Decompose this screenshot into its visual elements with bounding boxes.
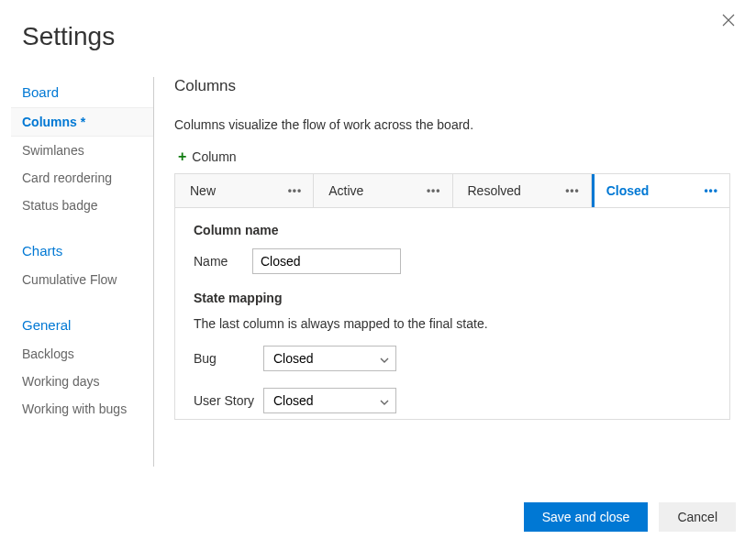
main-heading: Columns	[174, 77, 730, 95]
plus-icon: +	[178, 148, 186, 165]
save-and-close-button[interactable]: Save and close	[524, 502, 649, 532]
name-label: Name	[194, 254, 252, 269]
nav-item-columns[interactable]: Columns *	[11, 107, 153, 137]
more-actions-icon[interactable]: •••	[288, 184, 303, 197]
tab-label: Closed	[606, 183, 650, 198]
close-button[interactable]	[719, 11, 738, 29]
nav-item-card-reordering[interactable]: Card reordering	[11, 164, 153, 192]
column-name-heading: Column name	[194, 223, 711, 237]
close-icon	[722, 14, 735, 27]
nav-item-backlogs[interactable]: Backlogs	[11, 340, 153, 368]
tab-label: New	[190, 183, 216, 198]
column-tabs: New ••• Active ••• Resolved ••• Closed •…	[174, 173, 730, 207]
nav-group-general: General	[11, 310, 153, 340]
user-story-label: User Story	[194, 393, 263, 408]
main-description: Columns visualize the flow of work acros…	[174, 117, 730, 132]
tab-new[interactable]: New •••	[175, 174, 314, 207]
cancel-button[interactable]: Cancel	[659, 502, 736, 532]
dialog-footer: Save and close Cancel	[524, 502, 736, 532]
dialog-title: Settings	[0, 0, 756, 51]
main-panel: Columns Columns visualize the flow of wo…	[154, 77, 756, 467]
more-actions-icon[interactable]: •••	[704, 184, 718, 197]
nav-item-working-days[interactable]: Working days	[11, 368, 153, 395]
tab-closed[interactable]: Closed •••	[592, 174, 729, 207]
add-column-button[interactable]: + Column	[176, 145, 239, 169]
nav-item-status-badge[interactable]: Status badge	[11, 192, 153, 219]
nav-group-charts: Charts	[11, 236, 153, 266]
nav-item-swimlanes[interactable]: Swimlanes	[11, 137, 153, 164]
tab-active[interactable]: Active •••	[314, 174, 452, 207]
column-settings-panel: Column name Name State mapping The last …	[174, 207, 730, 420]
column-name-input[interactable]	[252, 248, 401, 274]
add-column-label: Column	[192, 149, 236, 164]
tab-resolved[interactable]: Resolved •••	[453, 174, 592, 207]
more-actions-icon[interactable]: •••	[565, 184, 580, 197]
state-mapping-heading: State mapping	[194, 291, 711, 305]
more-actions-icon[interactable]: •••	[427, 184, 441, 197]
nav-group-board: Board	[11, 77, 153, 107]
sidebar: Board Columns * Swimlanes Card reorderin…	[0, 77, 154, 467]
user-story-state-select[interactable]	[263, 388, 396, 413]
tab-label: Active	[328, 183, 363, 198]
bug-state-select[interactable]	[263, 346, 396, 371]
tab-label: Resolved	[468, 183, 521, 198]
bug-label: Bug	[194, 351, 263, 366]
nav-item-working-with-bugs[interactable]: Working with bugs	[11, 395, 153, 423]
nav-item-cumulative-flow[interactable]: Cumulative Flow	[11, 266, 153, 293]
state-mapping-help: The last column is always mapped to the …	[194, 316, 711, 331]
